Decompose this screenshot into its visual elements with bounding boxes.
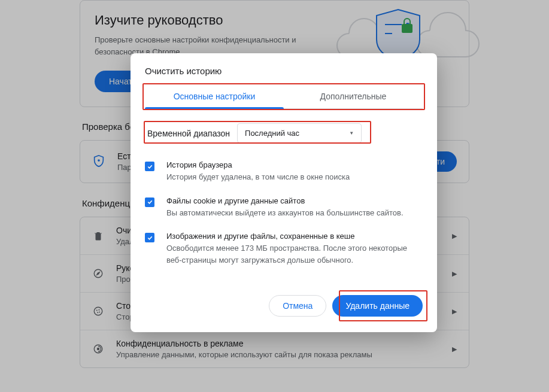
option-desc: История будет удалена, в том числе в окн… <box>166 171 350 183</box>
dialog-title: Очистить историю <box>131 53 437 84</box>
option-desc: Вы автоматически выйдете из аккаунтов на… <box>166 207 404 219</box>
dialog-actions: Отмена Удалить данные <box>131 290 437 332</box>
tab-advanced[interactable]: Дополнительные <box>284 84 423 108</box>
option-cache: Изображения и другие файлы, сохраненные … <box>145 225 423 272</box>
option-desc: Освободится менее 173 МБ пространства. П… <box>166 242 423 266</box>
option-title: История браузера <box>166 160 350 169</box>
option-title: Изображения и другие файлы, сохраненные … <box>166 232 423 241</box>
option-browsing-history: История браузера История будет удалена, … <box>145 154 423 190</box>
time-range-select[interactable]: Последний час ▼ <box>237 123 362 143</box>
checkbox-history[interactable] <box>145 162 154 171</box>
time-range-label: Временной диапазон <box>145 129 237 138</box>
time-range-value: Последний час <box>245 129 299 138</box>
checkbox-cookies[interactable] <box>145 197 154 207</box>
clear-history-dialog: Очистить историю Основные настройки Допо… <box>131 53 437 332</box>
options-list: История браузера История будет удалена, … <box>131 149 437 290</box>
cancel-button[interactable]: Отмена <box>269 295 326 317</box>
option-title: Файлы cookie и другие данные сайтов <box>166 196 404 205</box>
option-cookies: Файлы cookie и другие данные сайтов Вы а… <box>145 190 423 226</box>
caret-down-icon: ▼ <box>349 130 354 136</box>
tabs: Основные настройки Дополнительные <box>145 84 423 109</box>
time-range-row: Временной диапазон Последний час ▼ <box>131 109 437 149</box>
delete-data-button[interactable]: Удалить данные <box>332 295 423 317</box>
checkbox-cache[interactable] <box>145 233 154 242</box>
tab-basic[interactable]: Основные настройки <box>145 84 284 108</box>
